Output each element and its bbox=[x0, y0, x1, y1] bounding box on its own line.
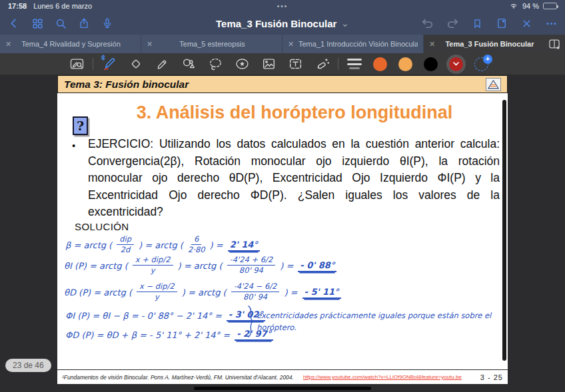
more-options-button[interactable] bbox=[544, 15, 558, 31]
split-view-icon bbox=[548, 37, 561, 51]
redo-icon bbox=[446, 17, 459, 30]
tab-tema1-introduccion[interactable]: ✕ Tema_1 Introducción Visión Binocular bbox=[282, 35, 424, 53]
university-logo bbox=[486, 78, 501, 91]
split-view-button[interactable] bbox=[548, 37, 561, 51]
grid-icon bbox=[31, 17, 44, 30]
fraction: -4'24 − 6/280' 94 bbox=[231, 282, 280, 301]
shapes-icon bbox=[181, 57, 197, 71]
back-button[interactable] bbox=[7, 15, 21, 31]
mic-icon bbox=[101, 17, 113, 30]
color-swatch-amber[interactable] bbox=[398, 57, 412, 71]
toolbar-divider bbox=[93, 58, 93, 70]
page-number-badge[interactable]: 23 de 46 bbox=[5, 359, 51, 372]
tab-tema3-fusion-active[interactable]: ✕ Tema_3 Fusión Binocular bbox=[424, 35, 565, 53]
add-color-button[interactable]: + bbox=[474, 57, 488, 71]
color-swatch-red-selected[interactable] bbox=[446, 55, 466, 74]
bullet: • bbox=[72, 136, 80, 221]
slide-header-band: Tema 3: Fusión binocular bbox=[57, 75, 508, 93]
sticker-star-icon bbox=[235, 57, 250, 71]
page-scroll-indicator[interactable] bbox=[502, 100, 506, 361]
eraser-tool-button[interactable] bbox=[128, 57, 143, 72]
record-audio-button[interactable] bbox=[100, 15, 115, 31]
search-icon bbox=[55, 17, 67, 30]
bookmark-button[interactable] bbox=[470, 15, 484, 31]
note-text: excentricidades prácticamente iguales po… bbox=[257, 304, 513, 334]
tab-label: Tema_1 Introducción Visión Binocular bbox=[298, 40, 418, 48]
zoom-window-tool-button[interactable] bbox=[69, 57, 85, 72]
handwritten-line-phi-i: ΦI (P) = θI − β = - 0' 88° − 2' 14° = - … bbox=[65, 309, 265, 321]
bluetooth-icon bbox=[101, 55, 105, 61]
laser-pointer-tool-button[interactable] bbox=[314, 57, 330, 72]
image-icon bbox=[261, 57, 277, 71]
share-button[interactable] bbox=[77, 15, 91, 31]
logo-triangle-icon bbox=[488, 80, 499, 89]
handwritten-line-phi-d: ΦD (P) = θD + β = - 5' 11° + 2' 14° = - … bbox=[65, 329, 273, 341]
pen-tool-button[interactable] bbox=[101, 57, 117, 72]
add-page-button[interactable] bbox=[494, 15, 509, 31]
youtube-link[interactable]: https://www.youtube.com/watch?v=LLiOf9ON… bbox=[303, 374, 462, 380]
tab-tema4-rivalidad[interactable]: ✕ Tema_4 Rivalidad y Supresión bbox=[0, 35, 141, 53]
fraction: x + dip/2y bbox=[133, 256, 173, 275]
tab-label: Tema_4 Rivalidad y Supresión bbox=[16, 40, 135, 48]
slide-page-number: 3 - 25 bbox=[480, 373, 503, 381]
result-value: - 5' 11° bbox=[302, 287, 341, 299]
undo-button[interactable] bbox=[420, 15, 435, 31]
lasso-icon bbox=[208, 57, 223, 72]
handwritten-line-beta: β = arctg ( dip2d ) = arctg ( 62·80 ) = … bbox=[65, 236, 260, 255]
chevron-down-icon: ⌄ bbox=[340, 17, 349, 29]
pen-toolbar: + bbox=[0, 53, 565, 75]
handwritten-note: excentricidades prácticamente iguales po… bbox=[247, 304, 513, 339]
battery-icon bbox=[543, 3, 557, 9]
home-indicator[interactable] bbox=[194, 387, 371, 390]
tab-close-icon[interactable]: ✕ bbox=[288, 40, 298, 49]
text-tool-button[interactable] bbox=[288, 57, 303, 72]
redo-button[interactable] bbox=[445, 15, 460, 31]
wifi-icon bbox=[509, 2, 518, 10]
color-swatch-black[interactable] bbox=[424, 57, 438, 71]
thumbnails-button[interactable] bbox=[30, 15, 45, 31]
chevron-left-icon bbox=[8, 17, 20, 29]
multitask-dots-icon[interactable]: ••• bbox=[0, 3, 565, 10]
tab-close-icon[interactable]: ✕ bbox=[5, 40, 16, 49]
brace-stroke bbox=[247, 304, 254, 339]
share-icon bbox=[78, 17, 90, 30]
lasso-tool-button[interactable] bbox=[208, 57, 223, 72]
exercise-paragraph: • EJERCICIO: Utilizando los datos calcul… bbox=[72, 136, 500, 221]
stickers-tool-button[interactable] bbox=[235, 57, 250, 72]
stroke-thickness-button[interactable] bbox=[346, 57, 362, 72]
thickness-bar bbox=[347, 59, 362, 61]
close-document-button[interactable] bbox=[519, 15, 534, 31]
undo-icon bbox=[421, 17, 434, 30]
ellipsis-icon bbox=[545, 17, 558, 30]
slide-title: 3. Análisis del horóptero longitudinal bbox=[97, 102, 492, 123]
plus-icon: + bbox=[483, 55, 492, 64]
color-swatch-red[interactable] bbox=[449, 57, 463, 71]
close-icon bbox=[521, 18, 532, 29]
image-tool-button[interactable] bbox=[261, 57, 277, 72]
app-screen: 17:58 Lunes 6 de marzo ••• 94 % Tema_3 F… bbox=[0, 0, 565, 392]
bookmark-icon bbox=[472, 17, 483, 30]
status-bar: 17:58 Lunes 6 de marzo ••• 94 % bbox=[0, 0, 565, 12]
fraction: -4'24 + 6/280' 94 bbox=[227, 256, 276, 275]
color-swatch-orange[interactable] bbox=[373, 57, 387, 71]
search-button[interactable] bbox=[53, 15, 68, 31]
highlighter-tool-button[interactable] bbox=[155, 57, 170, 72]
add-page-icon bbox=[496, 17, 508, 30]
slide-page: Tema 3: Fusión binocular ? 3. Análisis d… bbox=[57, 75, 508, 385]
tab-tema5-estereopsis[interactable]: ✕ Tema_5 estereopsis bbox=[141, 35, 282, 53]
fraction: 62·80 bbox=[188, 235, 205, 254]
handwritten-line-theta-i: θI (P) = arctg ( x + dip/2y ) = arctg ( … bbox=[64, 256, 336, 276]
tab-label: Tema_5 estereopsis bbox=[157, 40, 277, 48]
result-value: 2' 14° bbox=[228, 240, 260, 252]
tab-close-icon[interactable]: ✕ bbox=[147, 40, 157, 49]
tab-close-icon[interactable]: ✕ bbox=[429, 40, 440, 49]
slide-footer: ¹Fundamentos de visión Binocular. Pons A… bbox=[57, 369, 508, 385]
shapes-tool-button[interactable] bbox=[181, 57, 197, 72]
question-mark-graphic: ? bbox=[73, 116, 88, 135]
text-icon bbox=[288, 57, 303, 71]
battery-percent: 94 % bbox=[522, 2, 539, 10]
chevron-down-icon bbox=[453, 62, 459, 66]
tab-bar: ✕ Tema_4 Rivalidad y Supresión ✕ Tema_5 … bbox=[0, 35, 565, 53]
nav-bar: Tema_3 Fusión Binocular ⌄ bbox=[0, 12, 565, 35]
zoom-window-icon bbox=[69, 57, 85, 71]
